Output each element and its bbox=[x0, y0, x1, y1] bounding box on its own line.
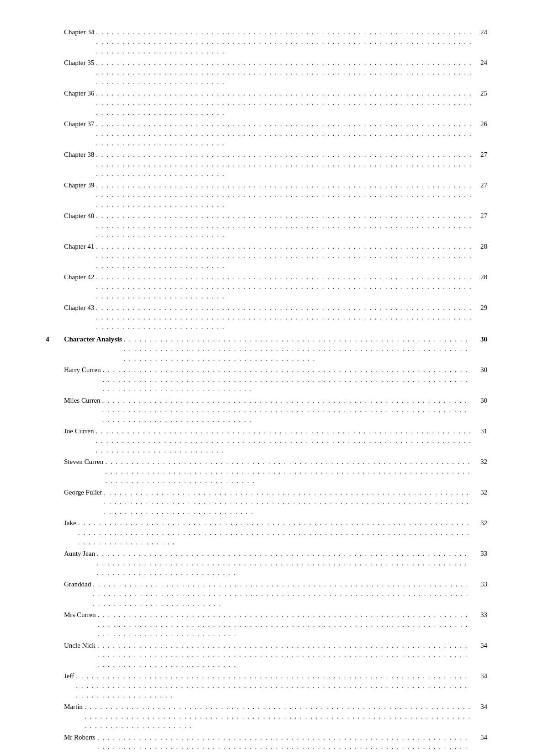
entry-inner: Aunty Jean 33 bbox=[64, 549, 487, 578]
dots bbox=[76, 671, 473, 700]
chapter-page: 26 bbox=[474, 120, 487, 128]
dots bbox=[102, 396, 473, 425]
item-label: Granddad bbox=[64, 580, 91, 588]
dots bbox=[96, 426, 473, 455]
section-item: Mrs Curren 33 bbox=[46, 610, 487, 639]
dots bbox=[104, 488, 473, 516]
entry-inner: Mrs Curren 33 bbox=[64, 610, 487, 639]
toc-page: Chapter 34 24 Chapter 35 24 Chapter 36 2… bbox=[0, 0, 533, 756]
item-page: 32 bbox=[474, 458, 487, 466]
dots bbox=[96, 150, 473, 179]
entry-inner: Uncle Nick 34 bbox=[64, 641, 487, 670]
item-label: Jake bbox=[64, 519, 76, 527]
item-page: 34 bbox=[474, 672, 487, 680]
section-header: 4 Character Analysis 30 bbox=[46, 335, 487, 363]
item-label: Joe Curren bbox=[64, 427, 94, 435]
dots bbox=[124, 335, 473, 363]
chapter-entry: Chapter 39 27 bbox=[46, 181, 487, 209]
section-item: George Fuller 32 bbox=[46, 488, 487, 516]
item-label: Uncle Nick bbox=[64, 642, 96, 650]
chapter-entry: Chapter 43 29 bbox=[46, 303, 487, 332]
item-page: 30 bbox=[474, 397, 487, 405]
section-item: Steven Curren 32 bbox=[46, 457, 487, 486]
chapter-entry: Chapter 35 24 bbox=[46, 58, 487, 87]
dots bbox=[96, 303, 473, 332]
entry-inner: Chapter 37 26 bbox=[64, 119, 487, 148]
item-page: 34 bbox=[474, 734, 487, 741]
chapter-label: Chapter 42 bbox=[64, 273, 94, 281]
item-label: Jeff bbox=[64, 672, 74, 680]
section-title: Character Analysis bbox=[64, 335, 122, 343]
dots bbox=[96, 181, 473, 209]
dots bbox=[96, 89, 473, 117]
section-item: Jake 32 bbox=[46, 518, 487, 547]
entry-inner: Chapter 34 24 bbox=[64, 27, 487, 56]
item-page: 31 bbox=[474, 427, 487, 435]
dots bbox=[97, 549, 473, 578]
chapter-label: Chapter 37 bbox=[64, 120, 94, 128]
entry-inner: Harry Curren 30 bbox=[64, 365, 487, 394]
chapter-label: Chapter 35 bbox=[64, 59, 94, 67]
dots bbox=[97, 641, 473, 670]
entry-inner: Chapter 38 27 bbox=[64, 150, 487, 179]
dots bbox=[96, 272, 473, 301]
section-item: Harry Curren 30 bbox=[46, 365, 487, 394]
dots bbox=[97, 733, 473, 756]
entry-inner: Chapter 40 27 bbox=[64, 211, 487, 240]
entry-inner: Jake 32 bbox=[64, 518, 487, 547]
chapter-label: Chapter 41 bbox=[64, 243, 94, 250]
section-item: Joe Curren 31 bbox=[46, 426, 487, 455]
entry-inner: George Fuller 32 bbox=[64, 488, 487, 516]
chapter-entry: Chapter 42 28 bbox=[46, 272, 487, 301]
chapter-label: Chapter 43 bbox=[64, 304, 94, 312]
entry-inner: Chapter 36 25 bbox=[64, 89, 487, 117]
chapter-page: 24 bbox=[474, 59, 487, 67]
item-page: 33 bbox=[474, 580, 487, 588]
entry-inner: Chapter 35 24 bbox=[64, 58, 487, 87]
item-label: Martin bbox=[64, 703, 83, 711]
entry-inner: Chapter 43 29 bbox=[64, 303, 487, 332]
entry-inner: Joe Curren 31 bbox=[64, 426, 487, 455]
entry-inner: Chapter 41 28 bbox=[64, 242, 487, 271]
item-page: 33 bbox=[474, 611, 487, 619]
chapter-entry: Chapter 37 26 bbox=[46, 119, 487, 148]
entry-inner: Jeff 34 bbox=[64, 671, 487, 700]
chapter-entry: Chapter 40 27 bbox=[46, 211, 487, 240]
entry-inner: Martin 34 bbox=[64, 702, 487, 731]
item-page: 30 bbox=[474, 366, 487, 374]
dots bbox=[93, 580, 473, 608]
chapters-list: Chapter 34 24 Chapter 35 24 Chapter 36 2… bbox=[46, 27, 487, 332]
chapter-page: 27 bbox=[474, 151, 487, 159]
item-page: 34 bbox=[474, 642, 487, 650]
item-page: 32 bbox=[474, 519, 487, 527]
item-label: Miles Curren bbox=[64, 397, 101, 405]
entry-inner: Granddad 33 bbox=[64, 580, 487, 608]
section-item: Jeff 34 bbox=[46, 671, 487, 700]
chapter-label: Chapter 39 bbox=[64, 181, 94, 189]
section-item: Aunty Jean 33 bbox=[46, 549, 487, 578]
section-item: Granddad 33 bbox=[46, 580, 487, 608]
dots bbox=[96, 58, 473, 87]
section-page: 30 bbox=[474, 335, 487, 343]
section-item: Miles Curren 30 bbox=[46, 396, 487, 425]
dots bbox=[78, 518, 473, 547]
entry-inner: Miles Curren 30 bbox=[64, 396, 487, 425]
item-label: Harry Curren bbox=[64, 366, 101, 374]
item-page: 33 bbox=[474, 550, 487, 558]
chapter-page: 27 bbox=[474, 181, 487, 189]
chapter-page: 25 bbox=[474, 90, 487, 97]
item-page: 34 bbox=[474, 703, 487, 711]
chapter-page: 28 bbox=[474, 243, 487, 250]
item-label: Mr Roberts bbox=[64, 734, 96, 741]
section-item: Martin 34 bbox=[46, 702, 487, 731]
chapter-label: Chapter 34 bbox=[64, 28, 94, 36]
chapter-label: Chapter 36 bbox=[64, 90, 94, 97]
dots bbox=[98, 610, 473, 639]
section-number: 4 bbox=[46, 335, 64, 343]
chapter-page: 24 bbox=[474, 28, 487, 36]
sections-list: 4 Character Analysis 30 Harry Curren 30 … bbox=[46, 335, 487, 756]
entry-inner: Chapter 39 27 bbox=[64, 181, 487, 209]
chapter-page: 29 bbox=[474, 304, 487, 312]
chapter-label: Chapter 38 bbox=[64, 151, 94, 159]
chapter-label: Chapter 40 bbox=[64, 212, 94, 220]
